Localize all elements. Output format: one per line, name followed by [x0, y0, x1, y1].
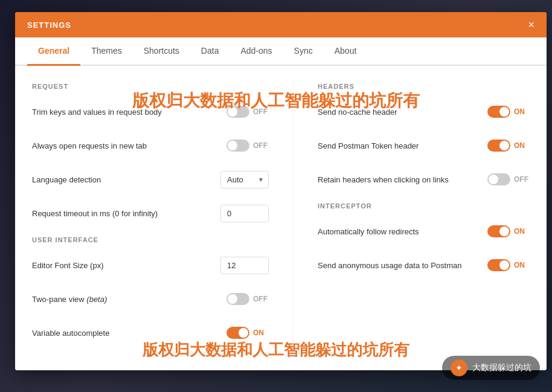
tab-general[interactable]: General [27, 37, 80, 66]
tab-about[interactable]: About [324, 37, 368, 66]
no-cache-toggle[interactable]: ON [487, 106, 530, 118]
anonymous-usage-thumb [499, 260, 509, 270]
font-size-input[interactable] [220, 257, 269, 274]
postman-token-state: ON [514, 141, 530, 150]
follow-redirects-thumb [499, 227, 509, 236]
trim-keys-thumb [228, 107, 237, 117]
two-pane-track[interactable] [226, 293, 249, 305]
font-size-label: Editor Font Size (px) [32, 261, 220, 270]
setting-autocomplete: Variable autocomplete ON [32, 322, 269, 344]
settings-content: REQUEST Trim keys and values in request … [15, 66, 547, 370]
close-button[interactable]: × [528, 19, 534, 30]
two-pane-toggle[interactable]: OFF [226, 293, 269, 305]
request-section-title: REQUEST [32, 83, 269, 90]
setting-font-size: Editor Font Size (px) [32, 254, 269, 276]
follow-redirects-toggle[interactable]: ON [487, 225, 530, 237]
timeout-input[interactable] [220, 205, 269, 222]
setting-retain-headers: Retain headers when clicking on links OF… [318, 169, 530, 190]
tab-shortcuts[interactable]: Shortcuts [133, 37, 190, 66]
retain-headers-state: OFF [514, 175, 530, 184]
language-label: Language detection [32, 175, 220, 184]
autocomplete-label: Variable autocomplete [32, 329, 226, 338]
ui-section: USER INTERFACE Editor Font Size (px) Two… [32, 236, 269, 344]
timeout-label: Request timeout in ms (0 for infinity) [32, 209, 220, 218]
headers-section-title: HEADERS [318, 83, 530, 90]
retain-headers-toggle[interactable]: OFF [487, 173, 530, 185]
tab-bar: General Themes Shortcuts Data Add-ons Sy… [15, 37, 547, 66]
follow-redirects-state: ON [514, 227, 530, 236]
language-select-wrap: Auto JSON HTML XML Text ▼ [220, 171, 269, 188]
always-open-track[interactable] [226, 140, 249, 152]
settings-modal: SETTINGS × General Themes Shortcuts Data… [15, 12, 547, 370]
always-open-thumb [228, 141, 237, 150]
trim-keys-toggle[interactable]: OFF [226, 106, 269, 118]
tab-data[interactable]: Data [190, 37, 230, 66]
setting-language: Language detection Auto JSON HTML XML Te… [32, 169, 269, 190]
tab-sync[interactable]: Sync [283, 37, 324, 66]
interceptor-section-title: INTERCEPTOR [318, 202, 530, 210]
setting-trim-keys: Trim keys and values in request body OFF [32, 101, 269, 123]
setting-timeout: Request timeout in ms (0 for infinity) [32, 202, 269, 224]
anonymous-usage-toggle[interactable]: ON [487, 259, 530, 271]
anonymous-usage-track[interactable] [487, 259, 510, 271]
tab-addons[interactable]: Add-ons [229, 37, 283, 66]
no-cache-thumb [499, 107, 509, 117]
trim-keys-track[interactable] [226, 106, 249, 118]
modal-title: SETTINGS [27, 21, 71, 30]
retain-headers-track[interactable] [487, 173, 510, 185]
postman-token-label: Send Postman Token header [318, 141, 487, 150]
always-open-toggle[interactable]: OFF [226, 140, 269, 152]
two-pane-label: Two-pane view (beta) [32, 295, 226, 304]
ui-section-title: USER INTERFACE [32, 236, 269, 243]
no-cache-state: ON [514, 108, 530, 116]
always-open-state: OFF [253, 141, 269, 150]
follow-redirects-label: Automatically follow redirects [318, 227, 487, 236]
retain-headers-thumb [489, 175, 498, 184]
two-pane-thumb [228, 294, 237, 304]
setting-postman-token: Send Postman Token header ON [318, 135, 530, 156]
setting-anonymous-usage: Send anonymous usage data to Postman ON [318, 254, 530, 276]
right-column: HEADERS Send no-cache header ON Send Pos… [293, 80, 530, 356]
interceptor-section: INTERCEPTOR Automatically follow redirec… [318, 202, 530, 276]
autocomplete-thumb [239, 328, 248, 338]
anonymous-usage-label: Send anonymous usage data to Postman [318, 261, 487, 270]
follow-redirects-track[interactable] [487, 225, 510, 237]
request-section: REQUEST Trim keys and values in request … [32, 83, 269, 224]
postman-token-toggle[interactable]: ON [487, 140, 530, 152]
setting-follow-redirects: Automatically follow redirects ON [318, 220, 530, 242]
two-pane-state: OFF [253, 295, 269, 303]
trim-keys-state: OFF [253, 108, 269, 116]
autocomplete-toggle[interactable]: ON [226, 327, 269, 339]
language-select[interactable]: Auto JSON HTML XML Text [220, 171, 269, 188]
left-column: REQUEST Trim keys and values in request … [32, 80, 269, 356]
tab-themes[interactable]: Themes [80, 37, 133, 66]
autocomplete-track[interactable] [226, 327, 249, 339]
always-open-label: Always open requests in new tab [32, 141, 226, 150]
retain-headers-label: Retain headers when clicking on links [318, 175, 487, 184]
modal-header: SETTINGS × [15, 12, 547, 37]
setting-no-cache: Send no-cache header ON [318, 101, 530, 123]
headers-section: HEADERS Send no-cache header ON Send Pos… [318, 83, 530, 190]
anonymous-usage-state: ON [514, 261, 530, 269]
postman-token-thumb [499, 141, 509, 150]
trim-keys-label: Trim keys and values in request body [32, 108, 226, 117]
no-cache-track[interactable] [487, 106, 510, 118]
no-cache-label: Send no-cache header [318, 108, 487, 117]
autocomplete-state: ON [253, 329, 269, 337]
setting-always-open: Always open requests in new tab OFF [32, 135, 269, 156]
setting-two-pane: Two-pane view (beta) OFF [32, 288, 269, 310]
postman-token-track[interactable] [487, 140, 510, 152]
